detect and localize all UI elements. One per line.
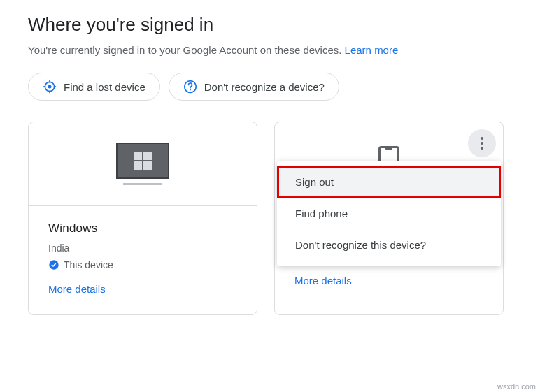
device-card-windows: Windows India This device More details (28, 122, 257, 315)
menu-item-sign-out[interactable]: Sign out (277, 166, 501, 198)
svg-point-7 (190, 89, 191, 91)
device-location: India (48, 242, 237, 254)
more-details-link[interactable]: More details (48, 283, 237, 295)
learn-more-link[interactable]: Learn more (345, 44, 399, 56)
subtitle-text: You're currently signed in to your Googl… (28, 44, 345, 56)
more-details-link[interactable]: More details (294, 275, 483, 286)
device-options-menu: Sign out Find phone Don't recognize this… (277, 161, 501, 266)
windows-monitor-icon (116, 143, 169, 185)
svg-point-1 (48, 85, 52, 89)
device-card-body: Windows India This device More details (29, 206, 257, 314)
device-cards: Windows India This device More details S… (28, 122, 512, 315)
device-name: Windows (48, 222, 237, 235)
overflow-menu-button[interactable] (468, 129, 496, 157)
watermark: wsxdn.com (497, 382, 536, 391)
device-card-phone: Sign out Find phone Don't recognize this… (274, 122, 504, 315)
check-circle-icon (48, 259, 59, 270)
find-lost-device-label: Find a lost device (64, 81, 145, 93)
dont-recognize-device-chip[interactable]: Don't recognize a device? (169, 73, 339, 101)
more-vert-icon (481, 137, 483, 150)
device-icon-area (29, 122, 257, 206)
action-chips-row: Find a lost device Don't recognize a dev… (28, 73, 512, 101)
find-lost-device-chip[interactable]: Find a lost device (28, 73, 160, 101)
this-device-indicator: This device (48, 259, 237, 270)
target-icon (43, 80, 57, 94)
menu-item-find-phone[interactable]: Find phone (277, 198, 501, 229)
page-title: Where you're signed in (28, 14, 512, 36)
dont-recognize-device-label: Don't recognize a device? (204, 81, 325, 93)
subtitle: You're currently signed in to your Googl… (28, 44, 512, 56)
question-icon (183, 80, 197, 94)
this-device-label: This device (64, 259, 113, 270)
menu-item-dont-recognize[interactable]: Don't recognize this device? (277, 229, 501, 261)
